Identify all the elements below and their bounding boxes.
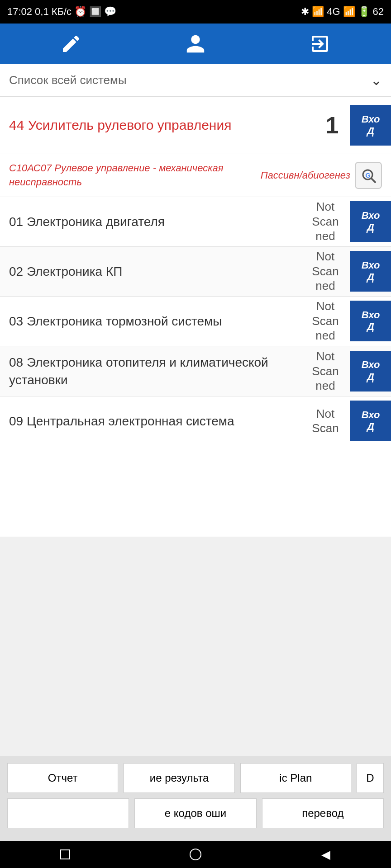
edit-button[interactable] [48, 28, 94, 60]
error-codes-button[interactable]: е кодов оши [134, 798, 256, 828]
enter-button-3[interactable]: ВхоД [350, 351, 391, 392]
bottom-row-1: Отчет ие результа ic Plan D [7, 763, 384, 793]
system-item-name-2: 03 Электроника тормозной системы [0, 305, 300, 337]
alarm-icon: ⏰ [74, 6, 86, 18]
error-code: С10АС07 Рулевое управление - механическа… [9, 162, 224, 188]
network-speed: 0,1 КБ/с [35, 6, 72, 18]
main-content: 44 Усилитель рулевого управления 1 ВхоД … [0, 97, 391, 537]
bottom-row-2: е кодов оши перевод [7, 798, 384, 828]
time: 17:02 [7, 6, 32, 18]
home-button[interactable] [177, 845, 214, 863]
error-status: Пассивн/абиогенез [261, 170, 350, 181]
square-icon [60, 849, 70, 859]
translate-button[interactable]: перевод [262, 798, 384, 828]
scan-status-4: NotScan [300, 406, 350, 436]
scan-status-0: NotScanned [300, 199, 350, 244]
recents-button[interactable] [47, 845, 83, 863]
status-left: 17:02 0,1 КБ/с ⏰ 🔲 💬 [7, 6, 116, 18]
enter-label-4: ВхоД [362, 409, 380, 433]
user-icon [185, 33, 206, 55]
error-codes-label: е кодов оши [165, 807, 226, 819]
android-nav: ◀ [0, 841, 391, 868]
chevron-down-icon: ⌄ [371, 72, 382, 88]
signal-icon-2: 📶 [343, 6, 355, 18]
enter-label-1: ВхоД [362, 259, 380, 283]
diagnostic-plan-button[interactable]: ic Plan [240, 763, 351, 793]
bottom-buttons: Отчет ие результа ic Plan D е кодов оши … [0, 756, 391, 841]
enter-button-2[interactable]: ВхоД [350, 301, 391, 341]
4g-icon: 4G [327, 6, 340, 18]
highlighted-system-item: 44 Усилитель рулевого управления 1 ВхоД [0, 97, 391, 154]
battery-icon: 🔋 [358, 6, 370, 18]
error-info: С10АС07 Рулевое управление - механическа… [9, 161, 252, 189]
list-item: 01 Электроника двигателя NotScanned ВхоД [0, 197, 391, 247]
edit-icon [60, 33, 82, 55]
signal-icon: 📶 [312, 6, 324, 18]
back-button[interactable]: ◀ [308, 845, 344, 863]
empty-button[interactable] [7, 798, 129, 828]
google-search-icon: G [360, 167, 377, 184]
results-label: ие результа [150, 772, 209, 784]
enter-label-0: ВхоД [362, 210, 380, 234]
bluetooth-icon: ✱ [301, 6, 309, 18]
dropdown-bar[interactable]: Список всей системы ⌄ [0, 64, 391, 97]
highlighted-system-count: 1 [314, 112, 350, 139]
battery-level: 62 [373, 6, 384, 18]
system-item-name-1: 02 Электроника КП [0, 255, 300, 288]
d-button[interactable]: D [357, 763, 384, 793]
nav-bar [0, 24, 391, 64]
error-row: С10АС07 Рулевое управление - механическа… [0, 154, 391, 197]
system-item-name-4: 09 Центральная электронная система [0, 405, 300, 437]
enter-button-0[interactable]: ВхоД [350, 201, 391, 242]
enter-label-3: ВхоД [362, 359, 380, 383]
status-right: ✱ 📶 4G 📶 🔋 62 [301, 6, 384, 18]
list-item: 08 Электроника отопителя и климатической… [0, 346, 391, 396]
list-item: 09 Центральная электронная система NotSc… [0, 396, 391, 446]
system-item-name-0: 01 Электроника двигателя [0, 206, 300, 238]
back-icon: ◀ [321, 848, 330, 862]
svg-text:G: G [365, 171, 371, 179]
exit-icon [309, 33, 331, 55]
svg-line-1 [372, 179, 375, 182]
nfc-icon: 🔲 [89, 6, 101, 18]
system-item-name-3: 08 Электроника отопителя и климатической… [0, 346, 300, 396]
list-item: 03 Электроника тормозной системы NotScan… [0, 297, 391, 346]
enter-button-4[interactable]: ВхоД [350, 401, 391, 441]
enter-button-1[interactable]: ВхоД [350, 251, 391, 292]
highlighted-enter-button[interactable]: ВхоД [350, 105, 391, 146]
status-bar: 17:02 0,1 КБ/с ⏰ 🔲 💬 ✱ 📶 4G 📶 🔋 62 [0, 0, 391, 24]
scan-status-3: NotScanned [300, 349, 350, 393]
home-icon [190, 849, 201, 860]
scan-status-1: NotScanned [300, 249, 350, 293]
user-button[interactable] [173, 28, 218, 60]
whatsapp-icon: 💬 [104, 6, 116, 18]
diagnostic-plan-label: ic Plan [279, 772, 312, 784]
exit-button[interactable] [297, 28, 343, 60]
highlighted-enter-label: ВхоД [362, 113, 380, 137]
dropdown-label: Список всей системы [9, 73, 127, 87]
list-item: 02 Электроника КП NotScanned ВхоД [0, 247, 391, 297]
report-button[interactable]: Отчет [7, 763, 118, 793]
google-search-button[interactable]: G [355, 162, 382, 189]
highlighted-system-name: 44 Усилитель рулевого управления [0, 116, 314, 135]
results-button[interactable]: ие результа [124, 763, 234, 793]
enter-label-2: ВхоД [362, 309, 380, 333]
scan-status-2: NotScanned [300, 299, 350, 343]
